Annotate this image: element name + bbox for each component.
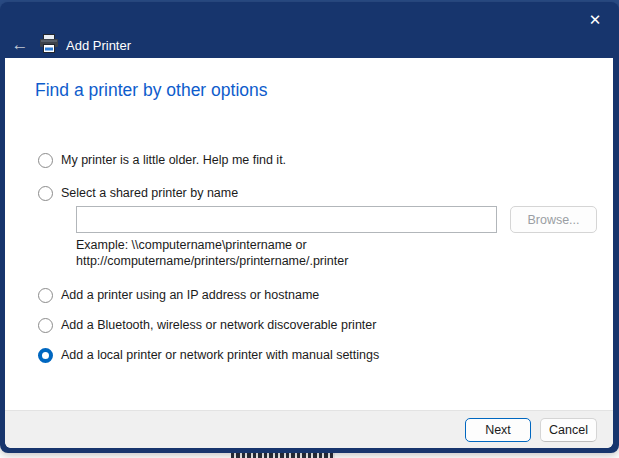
option-ip-hostname[interactable]: Add a printer using an IP address or hos… <box>38 287 319 303</box>
option-older-printer[interactable]: My printer is a little older. Help me fi… <box>38 152 286 168</box>
example-text-line2: http://computername/printers/printername… <box>76 254 348 268</box>
option-local-manual[interactable]: Add a local printer or network printer w… <box>38 347 379 363</box>
radio-ip-hostname[interactable] <box>38 288 53 303</box>
back-button[interactable]: ← <box>8 34 32 56</box>
printer-icon <box>38 33 60 55</box>
footer-bar: Next Cancel <box>5 410 613 448</box>
radio-older-printer[interactable] <box>38 153 53 168</box>
window-title: Add Printer <box>66 38 131 53</box>
close-button[interactable]: ✕ <box>581 8 609 32</box>
option-label: Select a shared printer by name <box>61 186 238 200</box>
next-button[interactable]: Next <box>465 418 531 442</box>
option-shared-printer[interactable]: Select a shared printer by name <box>38 185 238 201</box>
option-label: My printer is a little older. Help me fi… <box>61 153 286 167</box>
cancel-button[interactable]: Cancel <box>540 418 597 442</box>
radio-local-manual[interactable] <box>38 348 53 363</box>
dialog-content: Find a printer by other options My print… <box>5 58 613 448</box>
browse-button[interactable]: Browse... <box>510 206 597 233</box>
titlebar: ← Add Printer ✕ <box>0 2 619 58</box>
example-text-line1: Example: \\computername\printername or <box>76 238 307 252</box>
page-title: Find a printer by other options <box>35 80 268 101</box>
close-icon: ✕ <box>589 11 602 28</box>
back-arrow-icon: ← <box>12 35 29 54</box>
option-label: Add a local printer or network printer w… <box>61 348 379 362</box>
option-label: Add a printer using an IP address or hos… <box>61 288 319 302</box>
option-label: Add a Bluetooth, wireless or network dis… <box>61 318 376 332</box>
radio-bluetooth-wireless[interactable] <box>38 318 53 333</box>
option-bluetooth-wireless[interactable]: Add a Bluetooth, wireless or network dis… <box>38 317 376 333</box>
shared-printer-name-input[interactable] <box>76 206 497 233</box>
radio-shared-printer[interactable] <box>38 186 53 201</box>
add-printer-dialog: ← Add Printer ✕ Find a printer by other … <box>0 2 619 453</box>
